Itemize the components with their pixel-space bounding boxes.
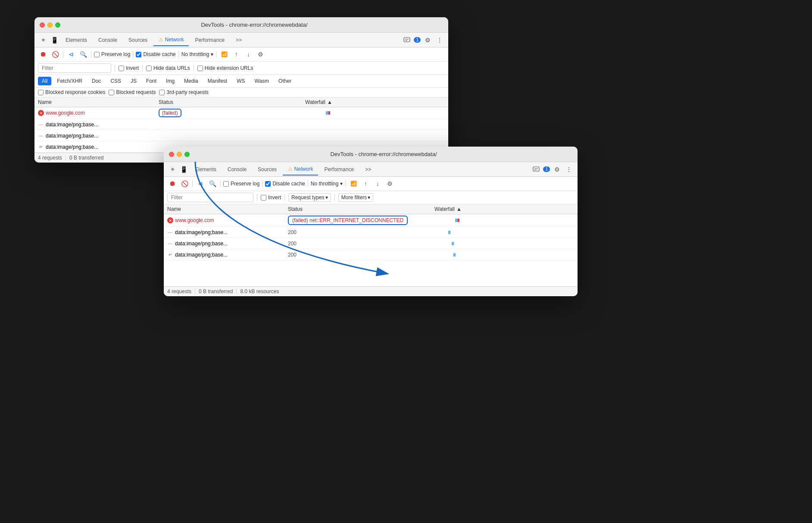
blocked-cookies-check-1[interactable] xyxy=(38,90,44,95)
more-filters-btn[interactable]: More filters ▾ xyxy=(338,193,373,202)
filter-all-1[interactable]: All xyxy=(38,77,51,85)
preserve-log-label-1[interactable]: Preserve log xyxy=(94,51,130,57)
table-row[interactable]: — data:image/png;base... xyxy=(34,130,448,141)
invert-check-1[interactable] xyxy=(119,66,124,71)
filter-img-1[interactable]: Img xyxy=(162,77,178,85)
table-row[interactable]: ↵ data:image/png;base... 200 xyxy=(164,249,578,260)
disable-cache-check-1[interactable] xyxy=(136,52,141,57)
preserve-log-check-2[interactable] xyxy=(223,181,229,187)
filter-js-1[interactable]: JS xyxy=(127,77,141,85)
minimize-button-2[interactable] xyxy=(177,152,182,157)
settings-icon-1[interactable]: ⚙ xyxy=(422,35,433,45)
empty-space xyxy=(164,260,578,286)
settings2-icon-1[interactable]: ⚙ xyxy=(255,49,265,60)
settings2-icon-2[interactable]: ⚙ xyxy=(384,179,395,189)
tab-sources-2[interactable]: Sources xyxy=(253,164,282,175)
tab-console-2[interactable]: Console xyxy=(222,164,252,175)
table-row[interactable]: — data:image/png;base... xyxy=(34,119,448,130)
filter-media-1[interactable]: Media xyxy=(180,77,202,85)
maximize-button-1[interactable] xyxy=(55,22,60,28)
more-icon-1[interactable]: ⋮ xyxy=(434,35,445,45)
filter-ws-1[interactable]: WS xyxy=(233,77,249,85)
filter-manifest-1[interactable]: Manifest xyxy=(204,77,231,85)
col-waterfall-header-2[interactable]: Waterfall ▲ xyxy=(434,206,574,212)
chat-icon-2[interactable] xyxy=(531,164,541,175)
invert-label-2[interactable]: Invert xyxy=(261,194,281,200)
invert-check-2[interactable] xyxy=(261,195,266,200)
minimize-button-1[interactable] xyxy=(47,22,53,28)
table-row[interactable]: — data:image/png;base... 200 xyxy=(164,238,578,249)
blocked-requests-label-1[interactable]: Blocked requests xyxy=(109,89,156,95)
search-icon-2[interactable]: 🔍 xyxy=(207,179,218,189)
tab-elements-2[interactable]: Elements xyxy=(190,164,222,175)
invert-label-1[interactable]: Invert xyxy=(119,65,139,71)
search-icon-1[interactable]: 🔍 xyxy=(78,49,88,60)
clear-icon-2[interactable]: 🚫 xyxy=(179,179,190,189)
filter-font-1[interactable]: Font xyxy=(142,77,160,85)
filter-icon-2[interactable]: ⊲ xyxy=(195,179,206,189)
inspect-icon-2[interactable]: ⌖ xyxy=(167,164,178,175)
tab-sources-1[interactable]: Sources xyxy=(123,34,153,46)
table-row[interactable]: ✕ www.google.com (failed) net::ERR_INTER… xyxy=(164,214,578,227)
tab-elements-1[interactable]: Elements xyxy=(60,34,92,46)
hide-data-urls-label-1[interactable]: Hide data URLs xyxy=(146,65,190,71)
preserve-log-check-1[interactable] xyxy=(94,52,100,57)
third-party-label-1[interactable]: 3rd-party requests xyxy=(159,89,208,95)
filter-input-2[interactable] xyxy=(167,193,253,202)
chat-icon-1[interactable] xyxy=(402,35,412,45)
download-icon-2[interactable]: ↓ xyxy=(372,179,383,189)
tab-network-2[interactable]: ⚠ Network xyxy=(283,163,318,175)
request-types-btn[interactable]: Request types ▾ xyxy=(288,193,331,202)
inspect-icon[interactable]: ⌖ xyxy=(38,35,48,45)
sep-7 xyxy=(142,65,143,72)
hide-ext-urls-label-1[interactable]: Hide extension URLs xyxy=(197,65,253,71)
tab-performance-1[interactable]: Performance xyxy=(190,34,230,46)
close-button-1[interactable] xyxy=(40,22,45,28)
window-title-1: DevTools - chrome-error://chromewebdata/ xyxy=(66,22,443,28)
filter-input-1[interactable] xyxy=(38,63,111,73)
device-icon-2[interactable]: 📱 xyxy=(178,164,189,175)
blocked-requests-check-1[interactable] xyxy=(109,90,114,95)
clear-icon-1[interactable]: 🚫 xyxy=(50,49,60,60)
stop-icon-2[interactable]: ⏺ xyxy=(167,179,178,189)
wifi-icon-1[interactable]: 📶 xyxy=(219,49,229,60)
tab-more-2[interactable]: >> xyxy=(360,164,376,175)
tab-performance-2[interactable]: Performance xyxy=(319,164,359,175)
third-party-check-1[interactable] xyxy=(159,90,165,95)
preserve-log-label-2[interactable]: Preserve log xyxy=(223,181,259,187)
table-row[interactable]: — data:image/png;base... 200 xyxy=(164,227,578,238)
settings-icon-2[interactable]: ⚙ xyxy=(552,164,562,175)
sep-15 xyxy=(257,194,257,201)
upload-icon-2[interactable]: ↑ xyxy=(360,179,371,189)
row-name: ✕ www.google.com xyxy=(167,217,288,223)
wifi-icon-2[interactable]: 📶 xyxy=(348,179,359,189)
tab-more-1[interactable]: >> xyxy=(231,34,247,46)
col-waterfall-header-1[interactable]: Waterfall ▲ xyxy=(305,99,445,105)
col-name-header-1[interactable]: Name xyxy=(38,99,159,105)
table-row[interactable]: ✕ www.google.com (failed) xyxy=(34,107,448,119)
upload-icon-1[interactable]: ↑ xyxy=(231,49,241,60)
download-icon-1[interactable]: ↓ xyxy=(243,49,253,60)
filter-css-1[interactable]: CSS xyxy=(106,77,125,85)
disable-cache-check-2[interactable] xyxy=(265,181,271,187)
blocked-cookies-label-1[interactable]: Blocked response cookies xyxy=(38,89,105,95)
col-status-header-2[interactable]: Status xyxy=(288,206,434,212)
disable-cache-label-2[interactable]: Disable cache xyxy=(265,181,305,187)
filter-fetch-1[interactable]: Fetch/XHR xyxy=(53,77,86,85)
tab-network-1[interactable]: ⚠ Network xyxy=(153,34,189,46)
filter-wasm-1[interactable]: Wasm xyxy=(251,77,273,85)
hide-data-urls-check-1[interactable] xyxy=(146,66,152,71)
more-icon-2[interactable]: ⋮ xyxy=(564,164,574,175)
device-icon[interactable]: 📱 xyxy=(49,35,59,45)
col-status-header-1[interactable]: Status xyxy=(159,99,305,105)
close-button-2[interactable] xyxy=(169,152,174,157)
stop-icon-1[interactable]: ⏺ xyxy=(38,49,48,60)
filter-other-1[interactable]: Other xyxy=(275,77,295,85)
disable-cache-label-1[interactable]: Disable cache xyxy=(136,51,175,57)
maximize-button-2[interactable] xyxy=(184,152,190,157)
tab-console-1[interactable]: Console xyxy=(93,34,122,46)
hide-ext-urls-check-1[interactable] xyxy=(197,66,203,71)
col-name-header-2[interactable]: Name xyxy=(167,206,288,212)
filter-icon-1[interactable]: ⊲ xyxy=(66,49,76,60)
filter-doc-1[interactable]: Doc xyxy=(88,77,105,85)
